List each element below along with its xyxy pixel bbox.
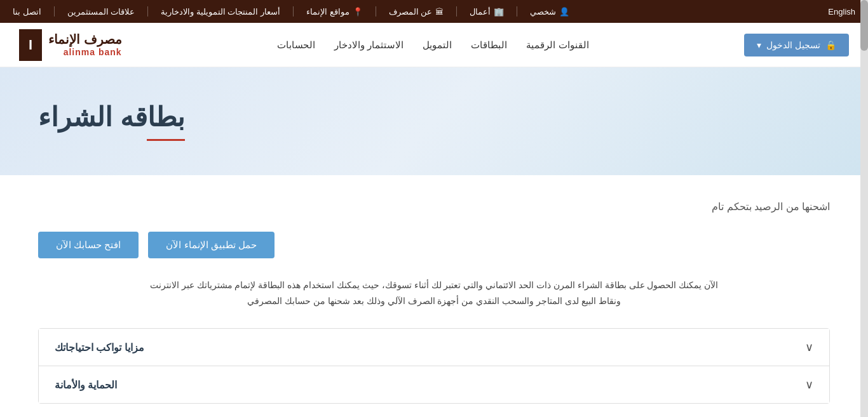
content-section: اشحنها من الرصيد بتحكم تام حمل تطبيق الإ… [0, 175, 868, 416]
hero-underline [147, 139, 185, 141]
cta-buttons: حمل تطبيق الإنماء الآن افتح حسابك الآن [38, 232, 830, 258]
business-label: أعمال [470, 7, 491, 17]
info-icon: 🏛 [435, 7, 444, 17]
contact-label: اتصل بنا [13, 7, 41, 17]
location-icon: 📍 [353, 7, 363, 17]
chevron-icon-2: ∨ [805, 378, 813, 392]
logo-arabic: مصرف الإنماء [48, 32, 122, 47]
personal-link[interactable]: 👤 شخصي [530, 7, 569, 17]
accordion-section: ∨ مزايا تواكب احتياجاتك ∨ الحماية والأما… [38, 328, 830, 404]
logo-area: مصرف الإنماء alinma bank I [19, 29, 122, 61]
download-app-button[interactable]: حمل تطبيق الإنماء الآن [148, 232, 275, 258]
divider-5 [147, 6, 148, 17]
hero-section: بطاقه الشراء [0, 67, 868, 175]
accordion-item-1: ∨ مزايا تواكب احتياجاتك [39, 329, 829, 366]
english-label: English [828, 7, 855, 17]
top-bar-left: English [828, 7, 855, 17]
divider-1 [517, 6, 517, 17]
logo-text: مصرف الإنماء alinma bank [48, 32, 122, 58]
nav-accounts[interactable]: الحسابات [277, 36, 315, 53]
business-link[interactable]: 🏢 أعمال [470, 7, 504, 17]
briefcase-icon: 🏢 [494, 7, 504, 17]
contact-link[interactable]: اتصل بنا [13, 7, 41, 17]
nav-finance[interactable]: التمويل [423, 36, 452, 53]
subtitle-text: اشحنها من الرصيد بتحكم تام [38, 201, 830, 213]
lock-icon: 🔒 [825, 40, 836, 50]
hero-content: بطاقه الشراء [38, 102, 185, 141]
nav-investment[interactable]: الاستثمار والادخار [334, 36, 403, 53]
investors-label: علاقات المستثمرين [67, 7, 135, 17]
divider-6 [54, 6, 55, 17]
personal-label: شخصي [530, 7, 556, 17]
top-bar-right: 👤 شخصي 🏢 أعمال 🏛 عن المصرف 📍 مواقع الإنم… [13, 6, 569, 17]
accordion-title-2: الحماية والأمانة [55, 379, 117, 391]
chevron-down-icon: ▾ [757, 40, 761, 50]
scrollbar[interactable] [860, 0, 868, 416]
nav-digital-channels[interactable]: القنوات الرقمية [526, 36, 588, 53]
accordion-header-2[interactable]: ∨ الحماية والأمانة [39, 366, 829, 403]
hero-title: بطاقه الشراء [38, 102, 185, 133]
divider-2 [456, 6, 457, 17]
investors-link[interactable]: علاقات المستثمرين [67, 7, 135, 17]
chevron-icon-1: ∨ [805, 340, 813, 354]
divider-4 [293, 6, 294, 17]
top-bar: English 👤 شخصي 🏢 أعمال 🏛 عن المصرف 📍 موا… [0, 0, 868, 23]
scrollbar-thumb[interactable] [860, 0, 868, 51]
nav-links: القنوات الرقمية البطاقات التمويل الاستثم… [277, 39, 588, 51]
english-link[interactable]: English [828, 7, 855, 17]
main-nav: 🔒 تسجيل الدخول ▾ القنوات الرقمية البطاقا… [0, 23, 868, 67]
logo-english: alinma bank [48, 47, 122, 58]
login-button[interactable]: 🔒 تسجيل الدخول ▾ [744, 34, 849, 56]
logo-symbol: I [29, 37, 32, 53]
branches-link[interactable]: 📍 مواقع الإنماء [306, 7, 363, 17]
personal-icon: 👤 [559, 7, 569, 17]
open-account-button[interactable]: افتح حسابك الآن [38, 232, 139, 258]
about-label: عن المصرف [389, 7, 433, 17]
accordion-title-1: مزايا تواكب احتياجاتك [55, 341, 144, 354]
accordion-item-2: ∨ الحماية والأمانة [39, 366, 829, 403]
prices-link[interactable]: أسعار المنتجات التمويلية والادخارية [161, 7, 280, 17]
description-text: الآن يمكنك الحصول على بطاقة الشراء المرن… [148, 277, 720, 309]
accordion-header-1[interactable]: ∨ مزايا تواكب احتياجاتك [39, 329, 829, 366]
logo-icon: I [19, 29, 42, 61]
divider-3 [376, 6, 376, 17]
login-label: تسجيل الدخول [766, 40, 820, 50]
branches-label: مواقع الإنماء [306, 7, 349, 17]
about-link[interactable]: 🏛 عن المصرف [389, 7, 444, 17]
prices-label: أسعار المنتجات التمويلية والادخارية [161, 7, 280, 17]
nav-cards[interactable]: البطاقات [471, 36, 507, 53]
